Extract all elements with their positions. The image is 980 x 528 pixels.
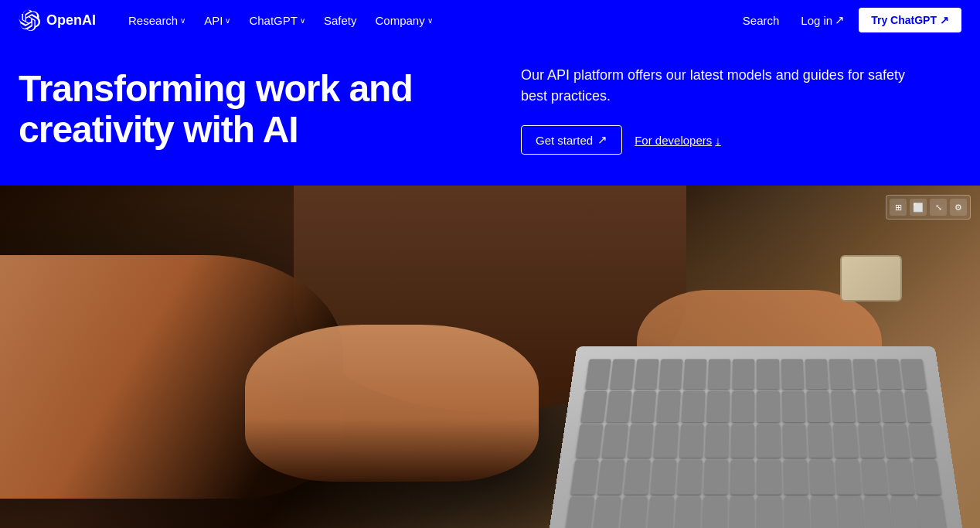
grid-view-button[interactable]: ⊞ xyxy=(890,199,907,216)
hero-heading: Transforming work and creativity with AI xyxy=(19,69,490,151)
image-toolbar: ⊞ ⬜ ⤡ ⚙ xyxy=(886,195,971,220)
nav-links: Research ∨ API ∨ ChatGPT ∨ Safety Compan… xyxy=(121,9,735,32)
hero-image: ⊞ ⬜ ⤡ ⚙ xyxy=(0,186,980,528)
nav-actions: Search Log in ↗ Try ChatGPT ↗ xyxy=(735,8,961,32)
hero-description: Our API platform offers our latest model… xyxy=(521,65,923,107)
nav-api[interactable]: API ∨ xyxy=(196,9,238,32)
hero-buttons: Get started ↗ For developers ↓ xyxy=(521,125,961,155)
arrow-icon: ↗ xyxy=(597,133,607,147)
hero-left: Transforming work and creativity with AI xyxy=(19,69,490,151)
hero-right: Our API platform offers our latest model… xyxy=(490,65,961,155)
nav-research[interactable]: Research ∨ xyxy=(121,9,193,32)
external-link-icon: ↗ xyxy=(940,14,949,26)
phone-on-table xyxy=(840,255,902,301)
chevron-down-icon: ∨ xyxy=(300,16,305,25)
photo-background xyxy=(0,186,980,528)
search-button[interactable]: Search xyxy=(735,9,788,32)
arrow-icon: ↗ xyxy=(835,13,845,27)
navbar: OpenAI Research ∨ API ∨ ChatGPT ∨ Safety… xyxy=(0,0,980,40)
hero-section: Transforming work and creativity with AI… xyxy=(0,40,980,186)
for-developers-button[interactable]: For developers ↓ xyxy=(635,134,721,147)
try-chatgpt-button[interactable]: Try ChatGPT ↗ xyxy=(859,8,961,32)
keyboard xyxy=(565,359,947,528)
chevron-down-icon: ∨ xyxy=(225,16,230,25)
chevron-down-icon: ∨ xyxy=(180,16,185,25)
logo[interactable]: OpenAI xyxy=(19,9,96,31)
hand-middle xyxy=(245,325,539,482)
nav-safety[interactable]: Safety xyxy=(316,9,365,32)
laptop xyxy=(546,346,965,528)
get-started-button[interactable]: Get started ↗ xyxy=(521,125,622,155)
nav-company[interactable]: Company ∨ xyxy=(367,9,440,32)
brand-name: OpenAI xyxy=(46,12,96,29)
chevron-down-icon: ∨ xyxy=(427,16,433,25)
nav-chatgpt[interactable]: ChatGPT ∨ xyxy=(241,9,313,32)
openai-logo-icon xyxy=(19,9,40,31)
expand-button[interactable]: ⤡ xyxy=(930,199,947,216)
frame-view-button[interactable]: ⬜ xyxy=(910,199,927,216)
login-button[interactable]: Log in ↗ xyxy=(793,9,852,32)
arrow-down-icon: ↓ xyxy=(715,134,721,147)
settings-button[interactable]: ⚙ xyxy=(950,199,967,216)
